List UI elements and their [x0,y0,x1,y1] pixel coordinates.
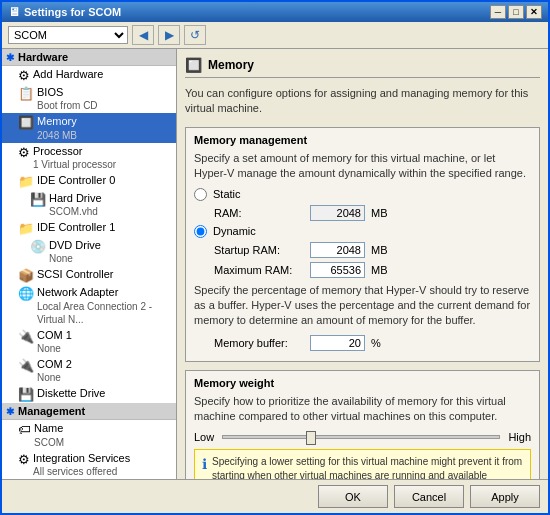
processor-sub: 1 Virtual processor [33,158,116,171]
ram-unit: MB [371,207,388,219]
network-label: Network Adapter [37,285,172,299]
sidebar-item-integration[interactable]: ⚙ Integration Services All services offe… [2,450,176,479]
hardware-section-header: ✱ Hardware [2,49,176,66]
dynamic-radio[interactable] [194,225,207,238]
sidebar-item-dvd[interactable]: 💿 DVD Drive None [2,237,176,266]
panel-title-text: Memory [208,58,254,72]
integration-icon: ⚙ [18,452,30,467]
sidebar-item-ide1[interactable]: 📁 IDE Controller 1 [2,219,176,237]
sidebar-item-scsi[interactable]: 📦 SCSI Controller [2,266,176,284]
memory-weight-slider-thumb[interactable] [306,431,316,445]
max-ram-field-row: Maximum RAM: MB [194,262,531,278]
memory-sub: 2048 MB [37,129,77,142]
title-bar-left: 🖥 Settings for SCOM [8,5,121,19]
sidebar-item-com1[interactable]: 🔌 COM 1 None [2,327,176,356]
com2-icon: 🔌 [18,358,34,373]
memory-weight-group: Memory weight Specify how to prioritize … [185,370,540,479]
slider-row: Low High [194,431,531,443]
network-sub: Local Area Connection 2 - Virtual N... [37,300,172,326]
sidebar-item-add-hardware[interactable]: ⚙ Add Hardware [2,66,176,84]
hardware-section-label: Hardware [18,51,68,63]
name-icon: 🏷 [18,422,31,437]
ide0-label: IDE Controller 0 [37,173,115,187]
buffer-input[interactable] [310,335,365,351]
ram-input[interactable] [310,205,365,221]
sidebar-item-ide0[interactable]: 📁 IDE Controller 0 [2,172,176,190]
sidebar-item-hard-drive[interactable]: 💾 Hard Drive SCOM.vhd [2,190,176,219]
processor-icon: ⚙ [18,145,30,160]
max-ram-unit: MB [371,264,388,276]
scsi-icon: 📦 [18,268,34,283]
forward-button[interactable]: ▶ [158,25,180,45]
static-radio[interactable] [194,188,207,201]
add-hardware-label: Add Hardware [33,67,103,81]
vm-select[interactable]: SCOM [8,26,128,44]
info-box: ℹ Specifying a lower setting for this vi… [194,449,531,479]
memory-icon: 🔲 [18,115,34,130]
dynamic-label: Dynamic [213,225,256,237]
hardware-section-icon: ✱ [6,52,14,63]
static-label: Static [213,188,241,200]
info-text: Specifying a lower setting for this virt… [212,455,523,479]
close-button[interactable]: ✕ [526,5,542,19]
sidebar-item-com2[interactable]: 🔌 COM 2 None [2,356,176,385]
ide1-label: IDE Controller 1 [37,220,115,234]
name-label: Name [34,421,64,435]
memory-weight-slider-track[interactable] [222,435,500,439]
add-hardware-icon: ⚙ [18,68,30,83]
com1-sub: None [37,342,72,355]
max-ram-label: Maximum RAM: [214,264,304,276]
sidebar-item-bios[interactable]: 📋 BIOS Boot from CD [2,84,176,113]
hard-drive-label: Hard Drive [49,191,102,205]
buffer-field-row: Memory buffer: % [194,335,531,351]
memory-management-desc: Specify a set amount of memory for this … [194,151,531,182]
maximize-button[interactable]: □ [508,5,524,19]
window-title: Settings for SCOM [24,6,121,18]
static-radio-row: Static [194,188,531,201]
scsi-label: SCSI Controller [37,267,113,281]
hard-drive-sub: SCOM.vhd [49,205,102,218]
high-label: High [508,431,531,443]
ram-label: RAM: [214,207,304,219]
management-section-icon: ✱ [6,406,14,417]
window-icon: 🖥 [8,5,20,19]
bios-icon: 📋 [18,86,34,101]
diskette-label: Diskette Drive [37,386,105,400]
network-icon: 🌐 [18,286,34,301]
memory-label: Memory [37,114,77,128]
cancel-button[interactable]: Cancel [394,485,464,508]
integration-label: Integration Services [33,451,130,465]
max-ram-input[interactable] [310,262,365,278]
title-controls: ─ □ ✕ [490,5,542,19]
memory-management-group: Memory management Specify a set amount o… [185,127,540,362]
left-panel: ✱ Hardware ⚙ Add Hardware 📋 BIOS Boot fr… [2,49,177,479]
startup-ram-input[interactable] [310,242,365,258]
panel-title-icon: 🔲 [185,57,202,73]
ram-field-row: RAM: MB [194,205,531,221]
dvd-icon: 💿 [30,239,46,254]
startup-ram-label: Startup RAM: [214,244,304,256]
memory-weight-desc: Specify how to prioritize the availabili… [194,394,531,425]
back-button[interactable]: ◀ [132,25,154,45]
ok-button[interactable]: OK [318,485,388,508]
processor-label: Processor [33,144,116,158]
sidebar-item-processor[interactable]: ⚙ Processor 1 Virtual processor [2,143,176,172]
settings-window: 🖥 Settings for SCOM ─ □ ✕ SCOM ◀ ▶ ↺ ✱ H… [0,0,550,515]
minimize-button[interactable]: ─ [490,5,506,19]
diskette-icon: 💾 [18,387,34,402]
refresh-button[interactable]: ↺ [184,25,206,45]
apply-button[interactable]: Apply [470,485,540,508]
panel-description: You can configure options for assigning … [185,86,540,117]
ide0-icon: 📁 [18,174,34,189]
dvd-label: DVD Drive [49,238,101,252]
com1-icon: 🔌 [18,329,34,344]
buffer-desc: Specify the percentage of memory that Hy… [194,283,531,329]
ide1-icon: 📁 [18,221,34,236]
buffer-unit: % [371,337,381,349]
sidebar-item-diskette[interactable]: 💾 Diskette Drive [2,385,176,403]
panel-title: 🔲 Memory [185,57,540,78]
sidebar-item-memory[interactable]: 🔲 Memory 2048 MB [2,113,176,142]
sidebar-item-network[interactable]: 🌐 Network Adapter Local Area Connection … [2,284,176,326]
sidebar-item-name[interactable]: 🏷 Name SCOM [2,420,176,449]
integration-sub: All services offered [33,465,130,478]
